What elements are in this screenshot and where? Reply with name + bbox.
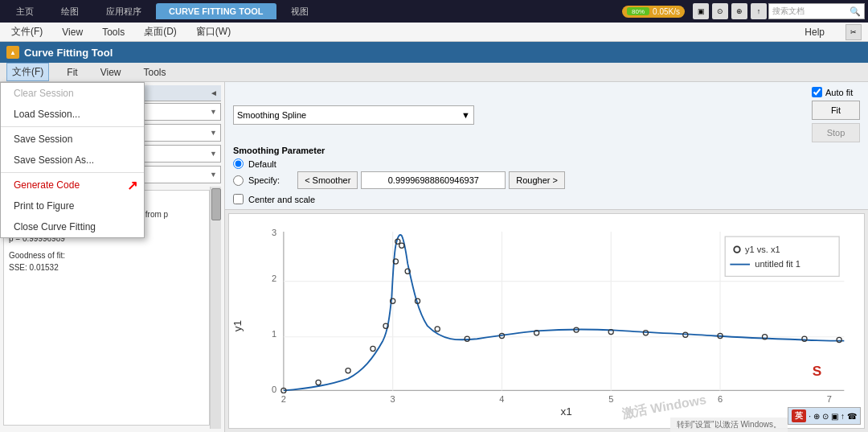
ime-indicator[interactable]: 英 — [792, 409, 806, 422]
y-data-combo-arrow: ▼ — [210, 129, 217, 137]
dropdown-clear-session[interactable]: Clear Session — [1, 83, 144, 104]
menu-bar: 文件(F) View Tools 桌面(D) 窗口(W) Help ✂ — [0, 23, 868, 42]
autofit-row: Auto fit — [812, 87, 860, 97]
dropdown-load-session[interactable]: Load Session... — [1, 104, 144, 125]
fit-type-arrow: ▼ — [461, 110, 470, 120]
speed-badge: 80% 0.05K/s — [622, 6, 685, 18]
dropdown-divider-1 — [1, 126, 144, 127]
menu-help[interactable]: Help — [800, 25, 829, 39]
status-icon-6: ↑ — [841, 412, 845, 421]
menu-tools[interactable]: Tools — [97, 25, 129, 39]
generate-code-arrow: ↗ — [127, 178, 137, 193]
svg-rect-41 — [725, 237, 839, 276]
svg-text:3: 3 — [272, 228, 276, 237]
status-icon-3: ⊕ — [813, 412, 820, 421]
x-data-combo-arrow: ▼ — [210, 108, 217, 116]
radio-group: Default Specify: < Smoother 0.9999698886… — [233, 158, 860, 189]
fit-button[interactable]: Fit — [812, 101, 860, 120]
svg-text:5: 5 — [608, 394, 613, 404]
smoother-button[interactable]: < Smoother — [297, 171, 358, 189]
search-box[interactable]: 搜索文档 🔍 — [768, 3, 865, 19]
radio-default-row: Default — [233, 158, 860, 169]
sub-menu-file[interactable]: 文件(F) — [6, 63, 49, 81]
sub-menu-fit[interactable]: Fit — [62, 65, 82, 80]
svg-text:S: S — [813, 363, 822, 379]
menu-view[interactable]: View — [57, 25, 88, 39]
svg-point-19 — [316, 380, 321, 385]
goodness-scrollbar[interactable] — [210, 187, 221, 429]
fit-type-select[interactable]: Smoothing Spline ▼ — [233, 105, 474, 125]
status-icon-7: ☎ — [847, 412, 857, 421]
stop-button[interactable]: Stop — [812, 123, 860, 142]
svg-text:7: 7 — [827, 394, 832, 404]
chart-area: y1 x1 0 1 2 3 2 3 4 5 6 7 — [228, 213, 865, 429]
chart-svg: y1 x1 0 1 2 3 2 3 4 5 6 7 — [229, 214, 864, 428]
status-icon-2: · — [809, 412, 811, 421]
z-data-combo-arrow: ▼ — [210, 150, 217, 158]
os-tab-app[interactable]: 应用程序 — [93, 2, 154, 21]
smoothing-param-label: Smoothing Parameter — [233, 146, 325, 155]
svg-text:4: 4 — [499, 394, 504, 404]
center-scale-row: Center and scale — [233, 194, 860, 204]
fit-options: Smoothing Spline ▼ Auto fit Fit Stop Smo… — [225, 82, 868, 210]
svg-point-21 — [371, 346, 375, 351]
os-tab-curve-fitting[interactable]: CURVE FITTING TOOL — [156, 3, 276, 19]
svg-point-40 — [837, 337, 841, 342]
svg-text:y1 vs. x1: y1 vs. x1 — [745, 245, 780, 254]
svg-text:2: 2 — [281, 394, 286, 404]
svg-text:untitled fit 1: untitled fit 1 — [755, 259, 800, 269]
activation-bar: 转到"设置"以激活 Windows。 — [670, 418, 788, 432]
dropdown-menu: Clear Session Load Session... Save Sessi… — [0, 82, 145, 238]
weights-combo-arrow: ▼ — [210, 171, 217, 179]
dropdown-divider-2 — [1, 172, 144, 173]
svg-point-29 — [435, 327, 440, 331]
dropdown-print-to-figure[interactable]: Print to Figure — [1, 195, 144, 216]
os-top-bar: 主页 绘图 应用程序 CURVE FITTING TOOL 视图 80% 0.0… — [0, 0, 868, 23]
svg-point-20 — [346, 368, 350, 373]
status-icon-5: ▣ — [831, 412, 838, 421]
right-panel: Smoothing Spline ▼ Auto fit Fit Stop Smo… — [225, 82, 868, 432]
sub-menu-bar: 文件(F) Fit View Tools Clear Session Load … — [0, 63, 868, 82]
svg-text:6: 6 — [718, 394, 723, 404]
os-tab-home[interactable]: 主页 — [3, 2, 47, 21]
menu-desktop[interactable]: 桌面(D) — [139, 23, 182, 40]
dropdown-generate-code[interactable]: Generate Code ↗ — [1, 175, 144, 195]
svg-text:3: 3 — [391, 394, 395, 404]
os-tab-view[interactable]: 视图 — [278, 2, 321, 21]
y-axis-label: y1 — [231, 320, 244, 331]
icon-btn-2[interactable]: ⊙ — [712, 3, 728, 19]
fit-type-row: Smoothing Spline ▼ Auto fit Fit Stop — [233, 87, 860, 142]
svg-text:2: 2 — [272, 274, 276, 283]
sub-menu-tools[interactable]: Tools — [138, 65, 170, 80]
smoothing-param-row: Smoothing Parameter — [233, 146, 860, 155]
cft-title-bar: ▲ Curve Fitting Tool — [0, 42, 868, 63]
menu-file[interactable]: 文件(F) — [6, 23, 47, 40]
sub-menu-view[interactable]: View — [96, 65, 126, 80]
rougher-button[interactable]: Rougher > — [509, 171, 565, 189]
smoother-row: < Smoother 0.99996988860946937 Rougher > — [297, 171, 565, 189]
smoother-value: 0.99996988860946937 — [361, 171, 506, 189]
icon-btn-1[interactable]: ▣ — [693, 3, 709, 19]
status-overlay: 英 · ⊕ ⊙ ▣ ↑ ☎ — [788, 407, 861, 425]
dropdown-save-session[interactable]: Save Session — [1, 129, 144, 150]
radio-specify-row: Specify: < Smoother 0.99996988860946937 … — [233, 171, 860, 189]
cft-icon: ▲ — [6, 46, 19, 59]
os-tab-draw[interactable]: 绘图 — [48, 2, 92, 21]
icon-btn-3[interactable]: ⊕ — [731, 3, 747, 19]
toolbar-icon-1[interactable]: ✂ — [845, 24, 862, 40]
menu-window[interactable]: 窗口(W) — [191, 23, 235, 40]
toolbar-icons: ✂ — [845, 24, 862, 40]
x-axis-label: x1 — [561, 405, 572, 418]
svg-text:1: 1 — [272, 329, 276, 339]
icon-btn-4[interactable]: ↑ — [751, 3, 767, 19]
dropdown-close-curve-fitting[interactable]: Close Curve Fitting — [1, 216, 144, 237]
radio-default[interactable] — [233, 158, 244, 169]
center-scale-checkbox[interactable] — [233, 194, 244, 204]
svg-text:0: 0 — [272, 385, 276, 394]
top-right-icons: ▣ ⊙ ⊕ ↑ — [693, 3, 767, 19]
dropdown-save-session-as[interactable]: Save Session As... — [1, 150, 144, 171]
status-icon-4: ⊙ — [822, 412, 829, 421]
auto-fit-checkbox[interactable] — [812, 87, 822, 97]
status-icon-bar: 英 · ⊕ ⊙ ▣ ↑ ☎ — [788, 407, 861, 425]
radio-specify[interactable] — [233, 175, 244, 186]
